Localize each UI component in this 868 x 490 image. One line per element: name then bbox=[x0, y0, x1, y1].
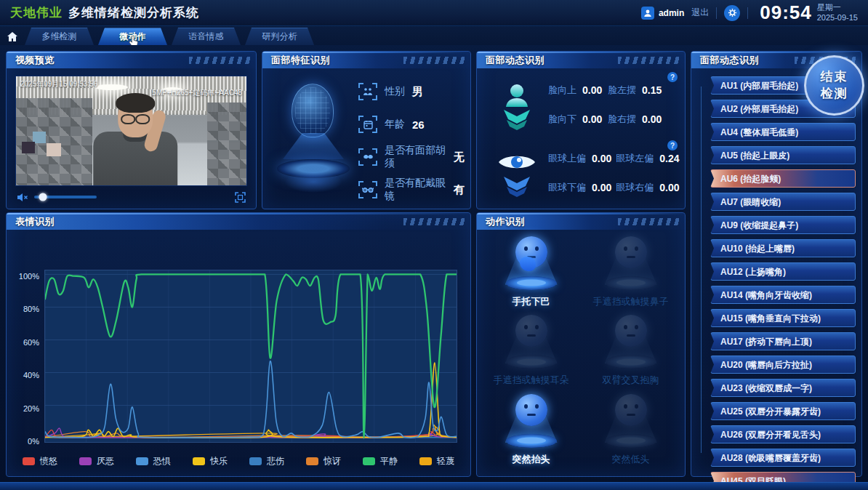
legend-swatch bbox=[306, 457, 318, 465]
legend-item: 愤怒 bbox=[23, 455, 57, 467]
subject-person bbox=[88, 98, 182, 185]
expression-chart: 100%80%60%40%20%0% bbox=[14, 270, 457, 443]
feature-row-beard: 是否有面部胡须 无 bbox=[358, 146, 465, 168]
au-list-item[interactable]: AU10 (抬起上嘴唇) bbox=[710, 239, 856, 257]
au-list: AU1 (内部眉毛抬起)AU2 (外部眉毛抬起)AU4 (整体眉毛低垂)AU5 … bbox=[697, 76, 856, 472]
panel-header: 视频预览 bbox=[7, 52, 256, 68]
legend-item: 恐惧 bbox=[136, 455, 171, 467]
feature-row-glasses: 是否有配戴眼镜 有 bbox=[358, 179, 465, 201]
glasses-icon bbox=[358, 181, 377, 198]
panel-title: 面部特征识别 bbox=[262, 54, 330, 67]
action-label: 手遮挡或触摸鼻子 bbox=[593, 295, 669, 308]
au-list-item[interactable]: AU12 (上扬嘴角) bbox=[710, 262, 856, 281]
au-list-item[interactable]: AU15 (嘴角垂直向下拉动) bbox=[710, 309, 856, 327]
au-list-item[interactable]: AU23 (收缩双唇成一字) bbox=[710, 379, 856, 397]
beard-icon bbox=[358, 148, 377, 166]
y-tick-label: 100% bbox=[19, 273, 39, 281]
au-list-item[interactable]: AU25 (双唇分开暴露牙齿) bbox=[710, 402, 856, 420]
volume-knob[interactable] bbox=[39, 193, 47, 201]
au-list-item[interactable]: AU6 (抬起脸颊) bbox=[710, 169, 856, 188]
metric: 眼球左偏0.24 bbox=[616, 152, 679, 165]
cursor-hand-icon bbox=[129, 36, 138, 49]
action-hologram-icon bbox=[501, 236, 562, 290]
mute-icon[interactable] bbox=[17, 193, 28, 202]
settings-button[interactable] bbox=[724, 5, 740, 21]
brand-logo: 天地伟业 bbox=[10, 4, 63, 21]
action-item[interactable]: 双臂交叉抱胸 bbox=[581, 314, 680, 393]
eye-gaze-metrics: 眼球上偏0.00眼球左偏0.24眼球下偏0.00眼球右偏0.00 bbox=[548, 152, 663, 194]
panel-title: 面部动态识别 bbox=[691, 54, 759, 67]
au-list-item[interactable]: AU9 (收缩提起鼻子) bbox=[710, 216, 856, 234]
divider bbox=[747, 7, 748, 19]
metric: 脸向下0.00 bbox=[548, 113, 603, 126]
help-icon[interactable]: ? bbox=[667, 72, 678, 82]
home-button[interactable] bbox=[0, 28, 25, 45]
fullscreen-icon bbox=[235, 192, 246, 203]
legend-swatch bbox=[23, 457, 35, 465]
action-recognition-panel: 动作识别 手托下巴 手遮挡或触摸鼻子 bbox=[476, 212, 686, 477]
user-icon bbox=[641, 7, 654, 20]
chart-plot-area bbox=[44, 270, 457, 443]
action-item[interactable]: 突然抬头 bbox=[481, 393, 581, 472]
volume-slider[interactable] bbox=[34, 196, 97, 198]
tab-micro-action[interactable]: 微动作 bbox=[98, 28, 167, 45]
au-list-item[interactable]: AU26 (双唇分开看见舌头) bbox=[710, 425, 856, 443]
action-label: 突然抬头 bbox=[513, 453, 550, 466]
stop-detection-button[interactable]: 结束检测 bbox=[804, 55, 864, 116]
action-item[interactable]: 手遮挡或触摸鼻子 bbox=[581, 235, 680, 314]
logout-button[interactable]: 退出 bbox=[691, 7, 709, 19]
emotion-analysis-app: 天地伟业 多维情绪检测分析系统 admin 退出 09:54 星期一 2025-… bbox=[0, 0, 868, 490]
bottom-bar bbox=[0, 482, 868, 490]
video-feed[interactable]: 2025年09月15 09:53:56 5MP+H265+定码率+AAC48 bbox=[15, 76, 247, 186]
legend-item: 平静 bbox=[363, 455, 398, 467]
action-hologram-icon bbox=[501, 394, 562, 448]
metric: 眼球上偏0.00 bbox=[548, 152, 611, 165]
help-icon[interactable]: ? bbox=[667, 140, 678, 150]
time-display: 09:54 bbox=[760, 1, 812, 24]
au-list-item[interactable]: AU17 (挤动下唇向上顶) bbox=[710, 332, 856, 350]
action-item[interactable]: 手遮挡或触摸耳朵 bbox=[481, 314, 581, 393]
legend-swatch bbox=[419, 457, 432, 465]
head-pose-metrics: 脸向上0.00脸左摆0.15脸向下0.00脸右摆0.00 bbox=[548, 84, 663, 126]
eye-gaze-icon bbox=[494, 149, 539, 201]
video-controls bbox=[17, 190, 246, 204]
au-list-item[interactable]: AU4 (整体眉毛低垂) bbox=[710, 123, 856, 141]
metric: 眼球下偏0.00 bbox=[548, 181, 611, 194]
au-list-item[interactable]: AU5 (抬起上眼皮) bbox=[710, 146, 856, 164]
metric: 脸右摆0.00 bbox=[608, 113, 663, 126]
fullscreen-button[interactable] bbox=[235, 192, 246, 203]
y-tick-label: 80% bbox=[23, 305, 39, 313]
home-icon bbox=[7, 31, 18, 42]
tab-multidim-detect[interactable]: 多维检测 bbox=[25, 28, 94, 45]
au-list-item[interactable]: AU14 (嘴角向牙齿收缩) bbox=[710, 286, 856, 304]
app-header: 天地伟业 多维情绪检测分析系统 admin 退出 09:54 星期一 2025-… bbox=[0, 0, 868, 26]
feature-row-gender: 性别 男 bbox=[358, 81, 465, 103]
video-stream-info: 5MP+H265+定码率+AAC48 bbox=[152, 88, 242, 98]
expression-recognition-panel: 表情识别 100%80%60%40%20%0% 愤怒厌恶恐惧快乐悲伤惊讶平静轻蔑 bbox=[6, 212, 471, 477]
face-dynamics-panel: 面部动态识别 ? 脸向上0.00脸左摆0.15脸向下0.00脸右摆0.00 ? … bbox=[476, 51, 686, 209]
legend-swatch bbox=[193, 457, 205, 465]
legend-item: 轻蔑 bbox=[419, 455, 454, 467]
action-label: 手遮挡或触摸耳朵 bbox=[494, 374, 569, 387]
y-tick-label: 60% bbox=[23, 339, 39, 347]
metric: 脸左摆0.15 bbox=[608, 84, 663, 97]
legend-item: 快乐 bbox=[193, 455, 228, 467]
tab-voice-emotion[interactable]: 语音情感 bbox=[172, 28, 241, 45]
action-label: 手托下巴 bbox=[513, 295, 550, 308]
action-hologram-icon bbox=[600, 236, 662, 290]
action-label: 突然低头 bbox=[612, 453, 650, 466]
main-nav: 多维检测 微动作 语音情感 研判分析 bbox=[0, 26, 868, 45]
action-label: 双臂交叉抱胸 bbox=[603, 374, 659, 387]
face-hologram bbox=[273, 78, 354, 200]
au-list-item[interactable]: AU20 (嘴唇向后方拉扯) bbox=[710, 356, 856, 374]
feature-rows: 性别 男 年龄 26 是否有面部胡须 无 是否 bbox=[358, 81, 465, 212]
panel-title: 动作识别 bbox=[477, 215, 525, 228]
action-item[interactable]: 手托下巴 bbox=[481, 235, 581, 314]
au-list-item[interactable]: AU28 (吮吸嘴唇覆盖牙齿) bbox=[710, 449, 856, 467]
user-chip[interactable]: admin bbox=[641, 7, 684, 20]
tab-analysis[interactable]: 研判分析 bbox=[245, 28, 314, 45]
action-item[interactable]: 突然低头 bbox=[581, 393, 680, 472]
au-list-item[interactable]: AU7 (眼睛收缩) bbox=[710, 193, 856, 211]
legend-item: 悲伤 bbox=[249, 455, 284, 467]
panel-title: 表情识别 bbox=[7, 215, 55, 228]
